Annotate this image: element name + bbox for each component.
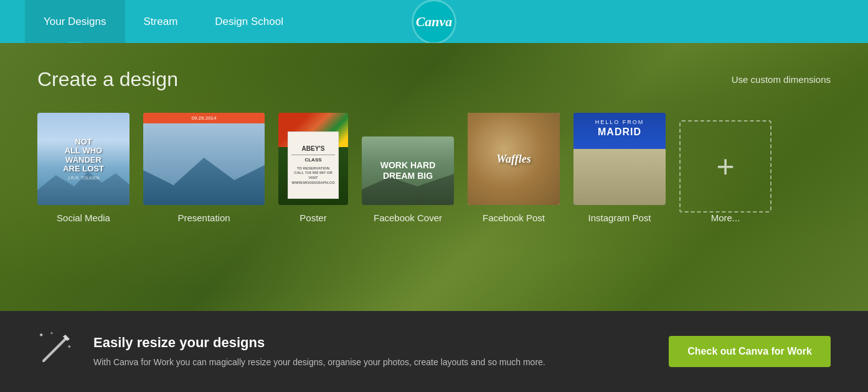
svg-line-0 [44,339,65,361]
cta-button[interactable]: Check out Canva for Work [669,336,831,367]
card-social-media[interactable]: NOTALL WHOWANDERARE LOST J.R.R. TOLKIEN … [37,113,130,223]
facebook-post-label: Facebook Post [483,213,545,223]
facebook-post-thumb: Waffles [468,113,560,205]
navigation: Your Designs Stream Design School Canva [0,0,868,43]
card-presentation[interactable]: 09.28.2014 DAY FOUR OF THE TRIP TO KILIM… [143,113,265,223]
fb-post-text: Waffles [496,153,531,166]
presentation-thumb: 09.28.2014 DAY FOUR OF THE TRIP TO KILIM… [143,113,265,205]
poster-inner-content: ABEY'S CLASS TO RESERVATIONCALL 718 555 … [288,131,339,199]
instagram-post-thumb: HELLO FROM MADRID [573,113,666,205]
more-card-thumb[interactable]: + [679,120,771,213]
main-content: Create a design Use custom dimensions NO… [0,43,868,311]
bottom-banner: ✦ ✦ ✦ Easily resize your designs With Ca… [0,311,868,392]
svg-text:✦: ✦ [39,332,44,338]
nav-design-school[interactable]: Design School [196,0,302,43]
use-custom-dimensions[interactable]: Use custom dimensions [732,74,831,85]
insta-city-name: MADRID [573,127,666,138]
svg-text:✦: ✦ [50,331,54,335]
card-facebook-post[interactable]: Waffles Facebook Post [468,113,560,223]
social-media-label: Social Media [57,213,110,223]
nav-stream[interactable]: Stream [125,0,197,43]
card-instagram-post[interactable]: HELLO FROM MADRID Instagram Post [573,113,666,223]
design-cards-row: NOTALL WHOWANDERARE LOST J.R.R. TOLKIEN … [37,113,831,223]
create-design-title: Create a design [37,68,178,91]
social-media-thumb: NOTALL WHOWANDERARE LOST J.R.R. TOLKIEN [37,113,130,205]
insta-building-bg [573,149,666,205]
poster-label: Poster [300,213,326,223]
pres-mountains-bg [143,155,265,205]
pres-date-tag: 09.28.2014 [143,113,265,123]
social-card-text: NOTALL WHOWANDERARE LOST J.R.R. TOLKIEN [63,138,104,180]
presentation-label: Presentation [177,213,230,223]
tolkien-attribution: J.R.R. TOLKIEN [63,176,104,180]
more-plus-icon: + [716,151,734,182]
svg-text:✦: ✦ [67,344,72,350]
insta-hello-from: HELLO FROM [573,119,666,125]
not-all-who-text: NOTALL WHOWANDERARE LOST [63,138,104,173]
nav-your-designs[interactable]: Your Designs [25,0,125,43]
banner-title: Easily resize your designs [93,335,650,351]
banner-subtitle: With Canva for Work you can magically re… [93,356,650,369]
card-poster[interactable]: ABEY'S CLASS TO RESERVATIONCALL 718 555 … [278,113,348,223]
wand-icon: ✦ ✦ ✦ [37,330,75,374]
poster-thumb: ABEY'S CLASS TO RESERVATIONCALL 718 555 … [278,113,348,205]
card-facebook-cover[interactable]: WORK HARDDREAM BIG Facebook Cover [362,136,454,223]
facebook-cover-label: Facebook Cover [374,213,442,223]
create-heading-row: Create a design Use custom dimensions [37,68,831,91]
card-more[interactable]: + More... [679,120,771,223]
nav-links: Your Designs Stream Design School [25,0,302,43]
poster-text: ABEY'S CLASS TO RESERVATIONCALL 718 555 … [291,145,335,186]
canva-logo[interactable]: Canva [412,0,456,44]
instagram-post-label: Instagram Post [588,213,651,223]
facebook-cover-thumb: WORK HARDDREAM BIG [362,136,454,205]
banner-text-block: Easily resize your designs With Canva fo… [93,335,650,369]
more-label: More... [711,213,740,223]
